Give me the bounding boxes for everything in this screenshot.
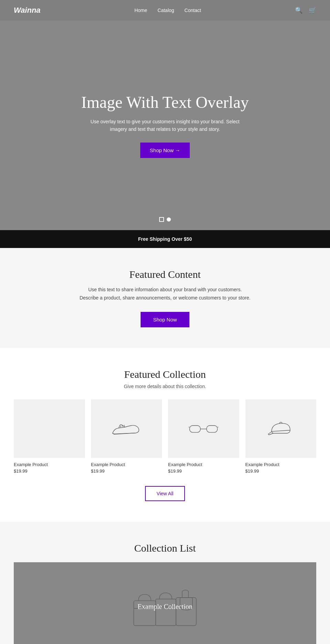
products-grid: Example Product $19.99 Example Product $… xyxy=(14,399,316,474)
hero-description: Use overlay text to give your customers … xyxy=(89,118,241,133)
product-name-1: Example Product xyxy=(14,462,85,467)
hero-dots xyxy=(159,217,171,222)
featured-collection-title: Featured Collection xyxy=(14,369,316,380)
svg-line-1 xyxy=(122,425,122,427)
search-icon[interactable]: 🔍 xyxy=(295,7,302,14)
hero-title: Image With Text Overlay xyxy=(81,93,249,112)
featured-content-description: Use this text to share information about… xyxy=(79,286,251,302)
product-card-4: Example Product $19.99 xyxy=(245,399,317,474)
glasses-icon xyxy=(188,417,219,441)
logo: Wainna xyxy=(14,6,41,15)
hero-section: Image With Text Overlay Use overlay text… xyxy=(0,21,330,230)
svg-line-0 xyxy=(120,426,121,427)
product-name-2: Example Product xyxy=(91,462,162,467)
promo-bar: Free Shipping Over $50 xyxy=(0,230,330,248)
svg-line-2 xyxy=(124,425,124,427)
svg-rect-13 xyxy=(176,597,196,625)
product-image-3 xyxy=(168,399,239,458)
featured-content-section: Featured Content Use this text to share … xyxy=(0,248,330,348)
product-price-4: $19.99 xyxy=(245,468,317,474)
dot-2[interactable] xyxy=(167,217,171,222)
svg-line-8 xyxy=(272,430,290,431)
dot-1[interactable] xyxy=(159,217,164,222)
product-card-2: Example Product $19.99 xyxy=(91,399,162,474)
product-card-1: Example Product $19.99 xyxy=(14,399,85,474)
svg-rect-4 xyxy=(207,426,218,432)
product-card-3: Example Product $19.99 xyxy=(168,399,239,474)
nav-home[interactable]: Home xyxy=(134,8,147,13)
product-price-1: $19.99 xyxy=(14,468,85,474)
header-actions: 🔍 🛒 xyxy=(295,7,316,14)
hero-shop-now-button[interactable]: Shop Now → xyxy=(140,143,190,158)
nav-catalog[interactable]: Catalog xyxy=(157,8,174,13)
nav-contact[interactable]: Contact xyxy=(185,8,201,13)
product-name-3: Example Product xyxy=(168,462,239,467)
cap-icon xyxy=(265,417,296,441)
product-price-2: $19.99 xyxy=(91,468,162,474)
collection-list-section: Collection List Example Collection View … xyxy=(0,522,330,644)
product-image-2 xyxy=(91,399,162,458)
collection-item[interactable]: Example Collection xyxy=(14,562,316,644)
featured-collection-subtitle: Give more details about this collection. xyxy=(14,384,316,389)
svg-rect-3 xyxy=(190,426,201,432)
collection-list-title: Collection List xyxy=(14,542,316,554)
product-name-4: Example Product xyxy=(245,462,317,467)
featured-content-shop-now-button[interactable]: Shop Now xyxy=(141,312,189,327)
header: Wainna Home Catalog Contact 🔍 🛒 xyxy=(0,0,330,21)
product-price-3: $19.99 xyxy=(168,468,239,474)
product-image-4 xyxy=(245,399,317,458)
collection-name: Example Collection xyxy=(138,603,192,611)
product-image-1 xyxy=(14,399,85,458)
view-all-button[interactable]: View All xyxy=(145,486,185,501)
featured-content-title: Featured Content xyxy=(34,269,296,280)
main-nav: Home Catalog Contact xyxy=(134,8,201,13)
featured-collection-section: Featured Collection Give more details ab… xyxy=(0,348,330,522)
cart-icon[interactable]: 🛒 xyxy=(309,7,316,14)
promo-text: Free Shipping Over $50 xyxy=(138,236,192,242)
shoe-icon xyxy=(111,417,142,441)
